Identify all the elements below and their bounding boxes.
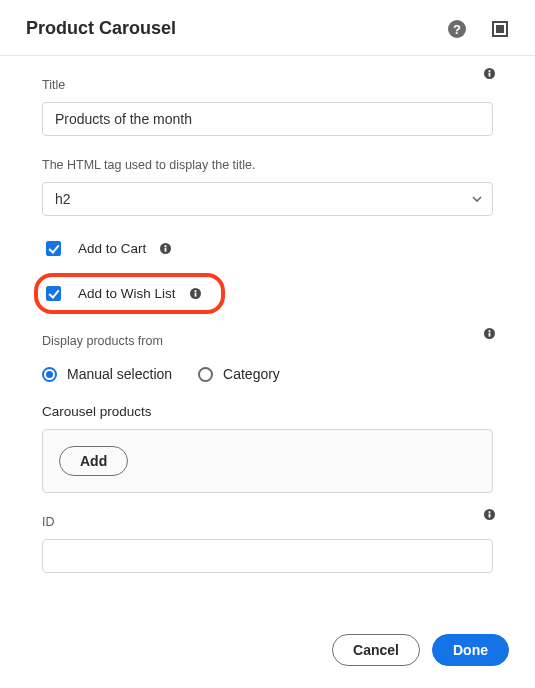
svg-rect-7 xyxy=(165,248,167,252)
display-from-field: Display products from Manual selection C… xyxy=(42,334,493,382)
header-actions: ? xyxy=(447,19,509,39)
carousel-products-label: Carousel products xyxy=(42,404,493,419)
id-input[interactable] xyxy=(42,539,493,573)
svg-rect-13 xyxy=(489,333,491,337)
add-to-wish-list-row: Add to Wish List xyxy=(42,273,493,314)
title-label: Title xyxy=(42,78,493,92)
html-tag-field: The HTML tag used to display the title. … xyxy=(42,158,493,216)
cancel-button[interactable]: Cancel xyxy=(332,634,420,666)
dialog-title: Product Carousel xyxy=(26,18,176,39)
add-button[interactable]: Add xyxy=(59,446,128,476)
svg-rect-8 xyxy=(165,245,167,247)
info-icon[interactable] xyxy=(484,68,495,79)
info-icon[interactable] xyxy=(160,243,171,254)
html-tag-hint: The HTML tag used to display the title. xyxy=(42,158,493,172)
svg-rect-11 xyxy=(194,290,196,292)
highlight-ring: Add to Wish List xyxy=(34,273,225,314)
svg-rect-14 xyxy=(489,330,491,332)
add-to-cart-row: Add to Cart xyxy=(42,238,493,259)
svg-text:?: ? xyxy=(453,22,461,37)
html-tag-select[interactable]: h2 xyxy=(42,182,493,216)
dialog-body: Title The HTML tag used to display the t… xyxy=(0,56,535,573)
add-to-cart-label: Add to Cart xyxy=(78,241,146,256)
svg-rect-10 xyxy=(194,293,196,297)
svg-rect-4 xyxy=(489,73,491,77)
product-carousel-dialog: Product Carousel ? Title The HTML tag us… xyxy=(0,0,535,688)
svg-rect-5 xyxy=(489,70,491,72)
dialog-footer: Cancel Done xyxy=(0,614,535,688)
radio-category[interactable]: Category xyxy=(198,366,280,382)
radio-category-input[interactable] xyxy=(198,367,213,382)
id-label: ID xyxy=(42,515,493,529)
svg-rect-17 xyxy=(489,511,491,513)
radio-manual-label: Manual selection xyxy=(67,366,172,382)
carousel-products-well: Add xyxy=(42,429,493,493)
display-from-radio-group: Manual selection Category xyxy=(42,366,493,382)
title-input[interactable] xyxy=(42,102,493,136)
done-button[interactable]: Done xyxy=(432,634,509,666)
display-from-label: Display products from xyxy=(42,334,493,348)
info-icon[interactable] xyxy=(484,328,495,339)
carousel-products-field: Carousel products Add xyxy=(42,404,493,493)
info-icon[interactable] xyxy=(484,509,495,520)
dialog-header: Product Carousel ? xyxy=(0,0,535,56)
help-icon[interactable]: ? xyxy=(447,19,467,39)
svg-rect-16 xyxy=(489,514,491,518)
title-field: Title xyxy=(42,78,493,136)
radio-category-label: Category xyxy=(223,366,280,382)
add-to-wish-list-checkbox[interactable] xyxy=(46,286,61,301)
radio-manual[interactable]: Manual selection xyxy=(42,366,172,382)
info-icon[interactable] xyxy=(190,288,201,299)
add-to-wish-list-label: Add to Wish List xyxy=(78,286,176,301)
add-to-cart-checkbox[interactable] xyxy=(46,241,61,256)
radio-manual-input[interactable] xyxy=(42,367,57,382)
fullscreen-icon[interactable] xyxy=(491,20,509,38)
id-field: ID xyxy=(42,515,493,573)
